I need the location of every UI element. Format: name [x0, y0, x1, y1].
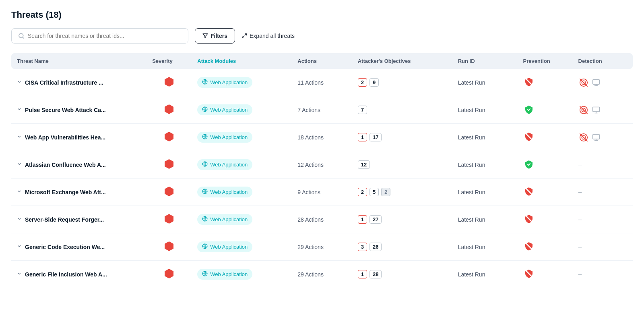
- chevron-down-icon[interactable]: [17, 162, 22, 168]
- detection-target-icon: [578, 105, 589, 115]
- detection-target-icon: [578, 132, 589, 143]
- svg-marker-2: [203, 34, 208, 38]
- objective-box: 2: [358, 188, 367, 196]
- attack-module-badge: Web Application: [197, 187, 252, 197]
- col-header-prevention: Prevention: [518, 53, 573, 69]
- chevron-down-icon[interactable]: [17, 244, 22, 250]
- attack-module-badge: Web Application: [197, 77, 252, 88]
- chevron-down-icon[interactable]: [17, 79, 22, 85]
- objectives-td: 128: [352, 261, 452, 288]
- objectives-td: 326: [352, 233, 452, 261]
- objectives-cell: 29: [358, 78, 447, 87]
- svg-marker-5: [165, 77, 173, 87]
- detection-target-icon: [578, 77, 589, 88]
- hex-shape: [163, 213, 175, 224]
- search-input[interactable]: [28, 33, 182, 39]
- prevention-cell: [518, 124, 573, 151]
- filters-button[interactable]: Filters: [195, 28, 235, 44]
- hex-shape: [163, 158, 175, 170]
- chevron-down-icon[interactable]: [17, 271, 22, 277]
- actions-text: 9 Actions: [297, 189, 320, 195]
- objectives-cell: 128: [358, 270, 447, 278]
- attack-module-badge: Web Application: [197, 159, 252, 170]
- objectives-td: 29: [352, 69, 452, 96]
- hex-shape: [163, 104, 175, 115]
- chevron-down-icon[interactable]: [17, 107, 22, 113]
- objective-box: 1: [358, 133, 367, 141]
- run-id-cell: Latest Run: [452, 151, 518, 179]
- detection-dash: –: [578, 216, 582, 223]
- detection-cell: [578, 105, 627, 115]
- objectives-cell: 7: [358, 106, 447, 114]
- run-id-text: Latest Run: [458, 271, 485, 278]
- run-id-text: Latest Run: [458, 216, 485, 223]
- objectives-cell: 12: [358, 160, 447, 169]
- objective-box: 5: [369, 188, 379, 196]
- actions-text: 12 Actions: [297, 162, 324, 168]
- prevention-protected-icon: [523, 104, 535, 115]
- prevention-cell: [518, 179, 573, 206]
- chevron-down-icon[interactable]: [17, 189, 22, 195]
- objectives-td: 12: [352, 151, 452, 179]
- hex-shape: [163, 241, 175, 252]
- objectives-td: 117: [352, 124, 452, 151]
- svg-marker-44: [165, 214, 173, 224]
- actions-cell: 18 Actions: [292, 124, 352, 151]
- actions-text: 11 Actions: [297, 79, 324, 86]
- attack-module-cell: Web Application: [192, 206, 292, 233]
- globe-icon: [202, 106, 208, 113]
- hex-shape: [163, 268, 175, 279]
- severity-hex-icon: [163, 241, 175, 253]
- detection-td: [573, 124, 633, 151]
- threat-name-cell: Web App Vulnerabilities Hea...: [11, 124, 147, 151]
- prevention-blocked-icon: [523, 131, 535, 142]
- table-row: Generic Code Execution We...: [11, 233, 633, 261]
- objective-box: 1: [358, 270, 367, 278]
- threat-name-cell: CISA Critical Infrastructure ...: [11, 69, 147, 96]
- prevention-cell: [518, 206, 573, 233]
- objective-box: 7: [358, 106, 367, 114]
- threat-name-cell: Atlassian Confluence Web A...: [11, 151, 147, 179]
- severity-cell: [147, 124, 192, 151]
- search-box[interactable]: [11, 28, 188, 44]
- svg-rect-23: [592, 107, 599, 112]
- objectives-cell: 117: [358, 133, 447, 141]
- svg-line-55: [526, 270, 532, 277]
- col-header-objectives: Attacker's Objectives: [352, 53, 452, 69]
- globe-icon: [202, 134, 208, 141]
- actions-text: 7 Actions: [297, 107, 320, 113]
- prevention-blocked-icon: [523, 241, 535, 252]
- threat-name-text: Pulse Secure Web Attack Ca...: [25, 107, 106, 113]
- expand-all-button[interactable]: Expand all threats: [242, 33, 295, 39]
- svg-rect-34: [592, 134, 599, 139]
- prevention-cell: [518, 96, 573, 124]
- table-row: Generic File Inclusion Web A...: [11, 261, 633, 288]
- run-id-text: Latest Run: [458, 79, 485, 86]
- run-id-cell: Latest Run: [452, 261, 518, 288]
- globe-icon: [202, 161, 208, 168]
- prevention-cell: [518, 261, 573, 288]
- svg-marker-52: [165, 269, 173, 278]
- svg-line-51: [526, 243, 532, 249]
- threat-name-cell: Microsoft Exchange Web Att...: [11, 179, 147, 206]
- attack-module-badge: Web Application: [197, 214, 252, 225]
- prevention-protected-icon: [523, 159, 535, 170]
- detection-cell: –: [578, 271, 627, 278]
- chevron-down-icon[interactable]: [17, 216, 22, 222]
- detection-td: –: [573, 206, 633, 233]
- search-icon: [18, 33, 25, 39]
- detection-td: –: [573, 179, 633, 206]
- threat-name-cell: Generic File Inclusion Web A...: [11, 261, 147, 288]
- attack-module-cell: Web Application: [192, 179, 292, 206]
- col-header-name: Threat Name: [11, 53, 147, 69]
- threat-name-cell: Pulse Secure Web Attack Ca...: [11, 96, 147, 124]
- col-header-actions: Actions: [292, 53, 352, 69]
- prevention-blocked-icon: [523, 186, 535, 197]
- table-row: Pulse Secure Web Attack Ca...: [11, 96, 633, 124]
- attack-module-badge: Web Application: [197, 241, 252, 252]
- chevron-down-icon[interactable]: [17, 134, 22, 140]
- col-header-runid: Run ID: [452, 53, 518, 69]
- attack-module-cell: Web Application: [192, 69, 292, 96]
- severity-cell: [147, 69, 192, 96]
- objective-box: 17: [369, 133, 382, 141]
